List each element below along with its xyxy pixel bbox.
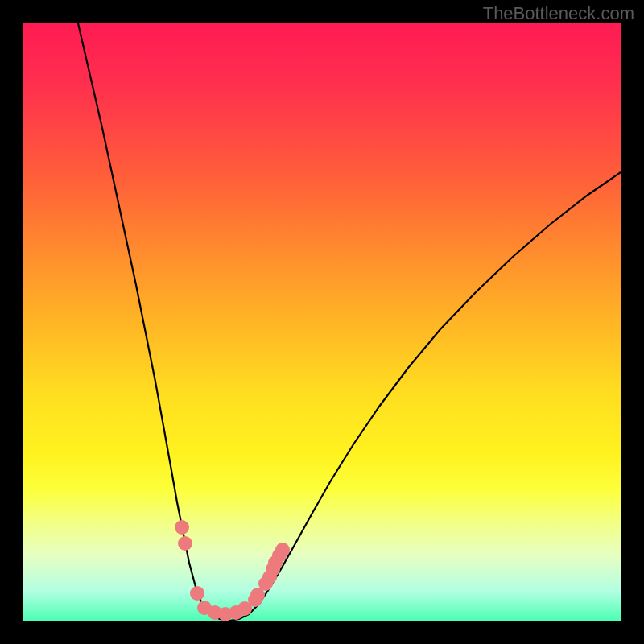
curve-left [78, 23, 229, 621]
data-marker [175, 520, 189, 535]
data-marker [275, 543, 290, 557]
plot-area [23, 23, 621, 621]
curve-svg [23, 23, 621, 621]
data-marker [178, 536, 192, 551]
data-marker [190, 586, 204, 601]
chart-frame: TheBottleneck.com [0, 0, 644, 644]
watermark-text: TheBottleneck.com [483, 3, 634, 24]
